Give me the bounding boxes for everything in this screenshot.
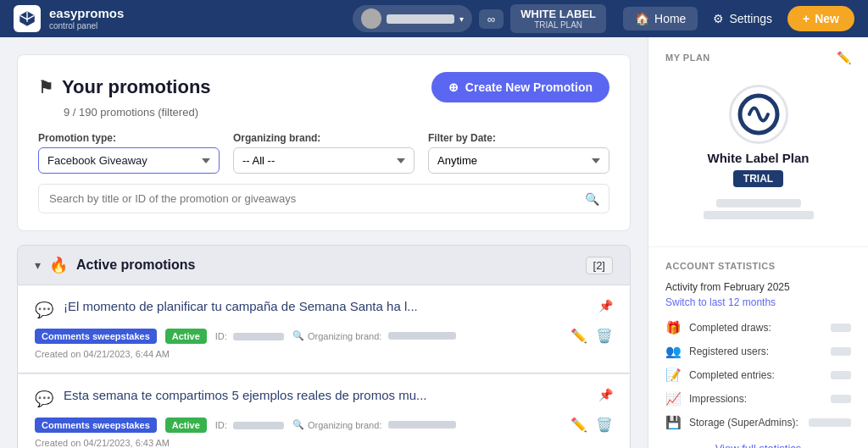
settings-link[interactable]: ⚙ Settings — [701, 7, 784, 30]
impressions-icon: 📈 — [665, 391, 681, 407]
storage-label: Storage (SuperAdmins): — [689, 417, 800, 429]
fire-icon: 🔥 — [49, 256, 68, 274]
white-label-badge: WHITE LABEL TRIAL PLAN — [510, 4, 606, 33]
my-plan-section: MY PLAN ✏️ White Label Plan TRIAL — [648, 37, 868, 247]
promo-card-2-header: 💬 Esta semana te compartimos 5 ejemplos … — [35, 388, 613, 408]
id-value-1 — [233, 333, 284, 340]
search-icon: 🔍 — [585, 192, 599, 206]
promo-card-1: 💬 ¡El momento de planificar tu campaña d… — [17, 285, 631, 373]
pin-icon-2: 📌 — [598, 388, 613, 401]
stat-row-registered-users: 👥 Registered users: — [665, 344, 851, 359]
search-brand-icon: 🔍 — [292, 330, 304, 341]
view-full-statistics-link[interactable]: View full statistics — [665, 442, 851, 448]
promo-card-1-header: 💬 ¡El momento de planificar tu campaña d… — [35, 299, 613, 319]
edit-plan-icon[interactable]: ✏️ — [837, 51, 851, 64]
logo-text: easypromos control panel — [49, 7, 124, 30]
stat-row-impressions: 📈 Impressions: — [665, 391, 851, 407]
meta-actions-2: ✏️ 🗑️ — [570, 417, 613, 433]
new-button[interactable]: + New — [787, 6, 854, 31]
completed-entries-value — [831, 371, 851, 379]
plan-name: White Label Plan — [707, 151, 809, 165]
registered-users-value — [831, 347, 851, 356]
chevron-down-icon[interactable]: ▾ — [35, 258, 41, 272]
infinity-icon: ∞ — [487, 13, 495, 25]
filter-brand-select[interactable]: -- All -- — [233, 147, 415, 174]
filter-type-group: Promotion type: Facebook Giveaway — [38, 132, 220, 174]
filter-date-group: Filter by Date: Anytime — [428, 132, 609, 174]
delete-icon-2[interactable]: 🗑️ — [596, 417, 613, 433]
promotions-title: ⚑ Your promotions — [38, 76, 211, 98]
meta-id-1: ID: — [215, 331, 284, 341]
stat-row-completed-entries: 📝 Completed entries: — [665, 368, 851, 383]
plus-circle-icon: ⊕ — [448, 80, 459, 94]
plan-logo-circle — [729, 85, 788, 144]
promo-card-2-meta: Comments sweepstakes Active ID: 🔍 Organi… — [35, 417, 613, 433]
registered-users-label: Registered users: — [689, 346, 822, 357]
promo-created-1: Created on 04/21/2023, 6:44 AM — [35, 349, 613, 359]
user-name — [387, 14, 454, 24]
avatar — [361, 8, 381, 29]
user-detail-blur — [704, 211, 814, 219]
create-promotion-button[interactable]: ⊕ Create New Promotion — [431, 72, 609, 102]
search-brand-icon-2: 🔍 — [292, 419, 304, 430]
plan-user-info — [704, 196, 814, 223]
account-statistics-section: ACCOUNT STATISTICS Activity from Februar… — [648, 247, 868, 448]
nav-center: ▾ ∞ WHITE LABEL TRIAL PLAN — [353, 4, 606, 33]
filter-brand-label: Organizing brand: — [233, 132, 415, 144]
search-input[interactable] — [38, 184, 609, 213]
active-promotions-section: ▾ 🔥 Active promotions [2] 💬 ¡El momento … — [17, 245, 631, 448]
plan-logo-area: White Label Plan TRIAL — [665, 75, 851, 233]
infinity-badge: ∞ — [479, 9, 504, 29]
storage-value — [809, 418, 851, 427]
comment-icon: 💬 — [35, 301, 53, 319]
promo-card-1-title: ¡El momento de planificar tu campaña de … — [64, 299, 588, 313]
nav-links: 🏠 Home ⚙ Settings + New — [623, 6, 854, 31]
filter-type-select[interactable]: Facebook Giveaway — [38, 147, 220, 174]
meta-id-2: ID: — [215, 420, 284, 430]
flag-icon: ⚑ — [38, 77, 53, 97]
completed-entries-label: Completed entries: — [689, 369, 822, 381]
comment-icon-2: 💬 — [35, 390, 53, 408]
filters-row: Promotion type: Facebook Giveaway Organi… — [38, 132, 609, 174]
id-value-2 — [233, 422, 284, 429]
stat-row-completed-draws: 🎁 Completed draws: — [665, 320, 851, 335]
home-link[interactable]: 🏠 Home — [623, 7, 698, 30]
chevron-down-icon: ▾ — [459, 14, 464, 24]
section-header: ▾ 🔥 Active promotions [2] — [17, 245, 631, 285]
badge-active-2: Active — [165, 418, 207, 433]
user-avatar-group[interactable]: ▾ — [353, 5, 472, 32]
edit-icon-2[interactable]: ✏️ — [570, 417, 587, 433]
promo-created-2: Created on 04/21/2023, 6:43 AM — [35, 438, 613, 448]
entries-icon: 📝 — [665, 368, 681, 383]
my-plan-header: MY PLAN ✏️ — [665, 51, 851, 64]
my-plan-title: MY PLAN — [665, 53, 710, 63]
promo-title-row: ⚑ Your promotions ⊕ Create New Promotion — [38, 72, 609, 102]
top-navigation: easypromos control panel ▾ ∞ WHITE LABEL… — [0, 0, 868, 37]
badge-active-1: Active — [165, 329, 207, 344]
completed-draws-value — [831, 324, 851, 332]
delete-icon-1[interactable]: 🗑️ — [596, 328, 613, 344]
stat-row-storage: 💾 Storage (SuperAdmins): — [665, 415, 851, 430]
promotions-count: 9 / 190 promotions (filtered) — [64, 106, 609, 119]
edit-icon-1[interactable]: ✏️ — [570, 328, 587, 344]
pin-icon: 📌 — [598, 299, 613, 312]
promo-card-1-meta: Comments sweepstakes Active ID: 🔍 Organi… — [35, 328, 613, 344]
promo-card-2: 💬 Esta semana te compartimos 5 ejemplos … — [17, 373, 631, 448]
right-sidebar: MY PLAN ✏️ White Label Plan TRIAL — [648, 37, 868, 448]
badge-sweepstakes-1: Comments sweepstakes — [35, 329, 157, 344]
completed-draws-label: Completed draws: — [689, 322, 822, 334]
badge-sweepstakes-2: Comments sweepstakes — [35, 418, 157, 433]
promotions-header: ⚑ Your promotions ⊕ Create New Promotion… — [17, 54, 631, 231]
content-area: ⚑ Your promotions ⊕ Create New Promotion… — [0, 37, 648, 448]
meta-actions-1: ✏️ 🗑️ — [570, 328, 613, 344]
impressions-label: Impressions: — [689, 393, 822, 405]
meta-brand-1: 🔍 Organizing brand: — [292, 330, 456, 341]
impressions-value — [831, 395, 851, 403]
user-email-blur — [716, 199, 801, 207]
brand-value-2 — [388, 421, 456, 429]
filter-date-select[interactable]: Anytime — [428, 147, 609, 174]
stats-period-link[interactable]: Switch to last 12 months — [665, 296, 851, 308]
stats-title: ACCOUNT STATISTICS — [665, 261, 851, 271]
search-row: 🔍 — [38, 184, 609, 213]
stats-period: Activity from February 2025 — [665, 281, 851, 293]
